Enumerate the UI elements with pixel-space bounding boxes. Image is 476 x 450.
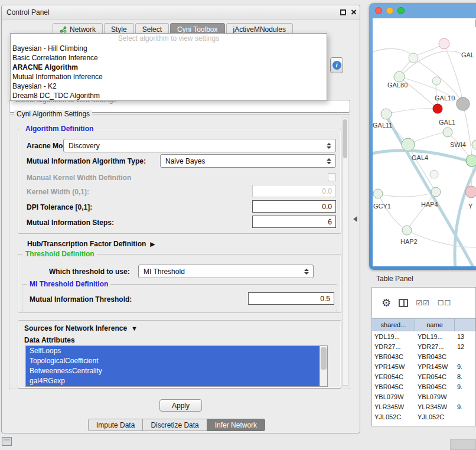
popup-item[interactable]: Dream8 DC_TDC Algorithm: [11, 91, 327, 100]
tab-impute-data[interactable]: Impute Data: [88, 419, 143, 431]
aracne-mode-value: Discovery: [64, 142, 324, 150]
kernel-width-label: Kernel Width (0,1):: [27, 185, 89, 198]
node-hap2[interactable]: [402, 226, 412, 235]
kernel-width-value: 0.0: [322, 187, 332, 195]
list-item[interactable]: TopologicalCoefficient: [26, 356, 319, 366]
cell: YLR345W: [372, 403, 415, 410]
popup-item-selected[interactable]: ARACNE Algorithm: [11, 63, 327, 72]
node-label: GCY1: [373, 203, 391, 210]
float-window-icon[interactable]: [340, 9, 346, 15]
mi-threshold-definition-title: MI Threshold Definition: [27, 280, 110, 288]
minimize-traffic-light[interactable]: [386, 7, 393, 14]
mi-algorithm-type-combo[interactable]: Naive Bayes: [160, 154, 336, 168]
sources-expander[interactable]: Sources for Network Inference ▼: [24, 322, 138, 335]
algorithm-info-button[interactable]: i: [330, 57, 343, 73]
cell: 12: [455, 343, 475, 350]
deselect-all-icon[interactable]: ☐☐: [438, 299, 452, 307]
node-label: GAL4: [412, 154, 428, 161]
cell: YDR27...: [372, 343, 415, 350]
which-threshold-combo[interactable]: MI Threshold: [138, 265, 314, 278]
node-red[interactable]: [433, 104, 442, 113]
table-row[interactable]: YBR045C YBR045C 9.: [372, 381, 475, 392]
mi-algorithm-type-label: Mutual Information Algorithm Type:: [27, 155, 146, 168]
dpi-tolerance-value: 0.0: [322, 203, 332, 211]
node-label: GAL10: [435, 94, 455, 102]
mi-steps-field[interactable]: 6: [252, 216, 336, 228]
table-row[interactable]: YBL079W YBL079W: [372, 392, 475, 402]
table-row[interactable]: YBR043C YBR043C: [372, 351, 475, 361]
settings-scrollbar[interactable]: [342, 118, 348, 386]
tab-infer-network[interactable]: Infer Network: [207, 419, 265, 431]
node-gal80[interactable]: [394, 71, 405, 82]
splitter-collapse-arrow[interactable]: [353, 216, 357, 222]
node-gal11[interactable]: [381, 109, 392, 119]
node-bright-green[interactable]: [466, 155, 476, 167]
tab-label: Select: [142, 25, 162, 34]
close-icon[interactable]: ×: [351, 6, 357, 19]
table-row[interactable]: YDR27... YDR27... 12: [372, 341, 475, 351]
node-pink[interactable]: [465, 186, 476, 198]
dpi-tolerance-field[interactable]: 0.0: [252, 200, 336, 213]
node-gal4[interactable]: [402, 138, 415, 151]
zoom-traffic-light[interactable]: [397, 7, 405, 14]
popup-item[interactable]: Bayesian - Hill Climbing: [11, 44, 327, 53]
column-header-shared[interactable]: shared...: [372, 318, 415, 331]
node-plain[interactable]: [432, 77, 441, 85]
table-row[interactable]: YPR145W YPR145W 9.: [372, 361, 475, 371]
apply-button[interactable]: Apply: [159, 399, 202, 412]
node-swi4[interactable]: [472, 140, 476, 149]
popup-item[interactable]: Basic Correlation Inference: [11, 53, 327, 63]
cell: YJL052C: [415, 413, 455, 420]
node-pale-pink[interactable]: [439, 38, 449, 49]
list-scrollbar[interactable]: [319, 346, 327, 386]
table-toolbar: ⚙ ☑☑ ☐☐: [372, 288, 475, 318]
table-row[interactable]: YLR345W YLR345W 9.: [372, 402, 475, 412]
cell: YDL19...: [372, 333, 415, 340]
table-row[interactable]: YDL19... YDL19... 13: [372, 331, 475, 341]
network-canvas[interactable]: GAL GAL80 GAL10 GAL11 GAL1 SWI4 GAL4 GCY…: [373, 18, 476, 266]
column-header-partial[interactable]: [455, 318, 475, 331]
node-plain[interactable]: [409, 53, 418, 63]
select-all-icon[interactable]: ☑☑: [416, 299, 430, 307]
list-item[interactable]: gal4RGexp: [26, 376, 319, 386]
cell: YBL079W: [415, 393, 455, 400]
popup-item[interactable]: Bayesian - K2: [11, 81, 327, 91]
node-plain[interactable]: [430, 170, 438, 178]
list-item[interactable]: BetweennessCentrality: [26, 366, 319, 376]
close-traffic-light[interactable]: [375, 7, 382, 14]
column-header-name[interactable]: name: [415, 318, 455, 331]
table-panel-title: Table Panel: [376, 275, 413, 283]
cell: YLR345W: [415, 403, 455, 410]
node-gcy1[interactable]: [373, 189, 383, 198]
manual-kernel-width-checkbox: [328, 173, 336, 181]
mi-threshold-definition-group: MI Threshold Definition Mutual Informati…: [22, 284, 337, 311]
node-gal10-gray[interactable]: [457, 97, 470, 110]
gear-icon[interactable]: ⚙: [382, 296, 391, 309]
table-panel: Table Panel ⚙ ☑☑ ☐☐ shared... name YDL19…: [369, 272, 476, 426]
node-hap4[interactable]: [431, 187, 441, 197]
list-item[interactable]: SelfLoops: [26, 346, 319, 356]
minimized-panel-icon[interactable]: [2, 437, 12, 446]
cell: YPR145W: [372, 363, 415, 370]
sources-group: Sources for Network Inference ▼ Data Att…: [18, 320, 341, 389]
aracne-mode-combo[interactable]: Discovery: [63, 139, 336, 152]
mi-threshold-field[interactable]: 0.5: [248, 292, 334, 305]
cell: 9.: [455, 403, 475, 410]
node-gal1[interactable]: [443, 128, 452, 137]
network-graph: GAL GAL80 GAL10 GAL11 GAL1 SWI4 GAL4 GCY…: [373, 18, 476, 266]
table-row[interactable]: YJL052C YJL052C: [372, 412, 475, 422]
table-row[interactable]: YER054C YER054C 8.: [372, 371, 475, 381]
settings-group-title: Cyni Algorithm Settings: [14, 110, 92, 118]
hub-tf-definition-expander[interactable]: Hub/Transcription Factor Definition ▶: [27, 237, 155, 250]
popup-item[interactable]: Mutual Information Inference: [11, 72, 327, 81]
algorithm-definition-title: Algorithm Definition: [23, 125, 96, 133]
corner-panel-fragment: [450, 439, 476, 450]
columns-icon[interactable]: [399, 299, 408, 307]
tab-label: Impute Data: [96, 421, 135, 429]
sources-title: Sources for Network Inference: [24, 322, 127, 335]
node-label: HAP4: [421, 201, 438, 208]
table-panel-body: ⚙ ☑☑ ☐☐ shared... name YDL19... YDL19...…: [371, 287, 476, 426]
cell: YDR27...: [415, 343, 455, 350]
tab-label: jActiveMNodules: [233, 25, 286, 34]
tab-discretize-data[interactable]: Discretize Data: [142, 419, 207, 431]
